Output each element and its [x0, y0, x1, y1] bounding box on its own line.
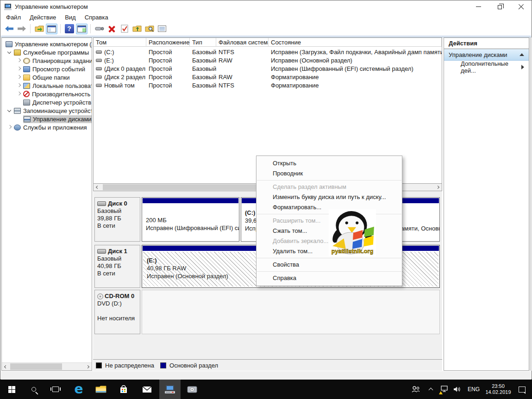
scrollbar-thumb[interactable] [10, 363, 62, 370]
tree-item-device-manager[interactable]: Диспетчер устройств [2, 98, 92, 106]
folder-search-button[interactable] [144, 24, 155, 34]
people-button[interactable] [408, 380, 424, 399]
edge-button[interactable]: e [68, 380, 89, 399]
partition-size: 40,98 ГБ RAW [147, 264, 228, 272]
volume-row-0[interactable]: (C:)ПростойБазовыйNTFSИсправен (Загрузка… [94, 48, 442, 56]
minimize-button[interactable] [468, 0, 489, 12]
toolbar: ? [0, 22, 532, 35]
mail-button[interactable] [136, 380, 157, 399]
legend-primary-label: Основной раздел [169, 362, 218, 369]
actions-section-disk-management[interactable]: Управление дисками [444, 49, 529, 61]
remote-connect-button[interactable] [94, 24, 105, 34]
actions-more-item[interactable]: Дополнительные дей... [444, 61, 529, 73]
context-menu-item-properties[interactable]: Свойства [257, 260, 402, 270]
details-view-button[interactable] [156, 24, 168, 34]
context-menu-item-change-drive-letter[interactable]: Изменить букву диска или путь к диску... [257, 192, 402, 202]
expander-collapsed-icon[interactable] [16, 91, 23, 97]
checklist-button[interactable] [119, 24, 130, 34]
expander-expanded-icon[interactable] [6, 108, 14, 113]
volume-row-3[interactable]: (Диск 2 раздел 2)ПростойБазовыйRAWФормат… [94, 73, 442, 81]
language-indicator[interactable]: ENG [464, 380, 483, 399]
scroll-left-arrow[interactable] [94, 184, 101, 191]
context-menu-item-help[interactable]: Справка [257, 273, 402, 283]
column-header-filesystem[interactable]: Файловая система [216, 38, 269, 47]
column-header-volume[interactable]: Том [94, 38, 146, 47]
computer-management-button[interactable] [159, 380, 181, 399]
expander-collapsed-icon[interactable] [16, 66, 23, 72]
task-view-icon [52, 387, 59, 392]
restore-button[interactable] [489, 0, 510, 12]
menu-view[interactable]: Вид [65, 14, 76, 21]
store-button[interactable] [113, 380, 134, 399]
file-explorer-button[interactable] [90, 380, 112, 399]
column-header-layout[interactable]: Расположение [146, 38, 190, 47]
action-pane-button[interactable] [76, 24, 88, 34]
show-hidden-icons-button[interactable] [424, 380, 438, 399]
volume-row-1[interactable]: (E:)ПростойБазовыйRAWИсправен (Основной … [94, 56, 442, 64]
console-tree-button[interactable] [46, 24, 57, 34]
event-viewer-icon [23, 66, 30, 72]
expander-expanded-icon[interactable] [6, 50, 14, 55]
search-button[interactable] [23, 380, 44, 399]
delete-button[interactable] [106, 24, 118, 34]
tree: Управление компьютером (лСлужебные прогр… [2, 40, 92, 131]
folder-up-button[interactable] [131, 24, 143, 34]
tree-item-computer-management[interactable]: Управление компьютером (л [2, 40, 92, 48]
menu-action[interactable]: Действие [30, 14, 56, 21]
volume-button[interactable] [451, 380, 464, 399]
tree-item-task-scheduler[interactable]: Планировщик заданий [2, 56, 92, 65]
volume-name: (E:) [104, 57, 114, 64]
minimize-icon [476, 6, 481, 7]
start-button[interactable] [1, 380, 22, 399]
tree-item-performance[interactable]: Производительность [2, 90, 92, 98]
forward-button[interactable] [16, 24, 27, 34]
tree-item-label: Локальные пользовате [32, 82, 92, 89]
disk-tool-button[interactable] [182, 380, 203, 399]
column-header-status[interactable]: Состояние [269, 38, 442, 47]
scroll-right-arrow[interactable] [434, 184, 442, 191]
tree-selection-highlight: Управление дисками [23, 115, 92, 123]
volume-icon [96, 67, 102, 70]
scroll-left-arrow[interactable] [2, 363, 10, 371]
cdrom-label[interactable]: CD-ROM 0 DVD (D:) Нет носителя [94, 290, 140, 334]
volume-row-4[interactable]: Новый томПростойБазовыйNTFSФорматировани… [94, 81, 442, 89]
tree-item-disk-management[interactable]: Управление дисками [2, 115, 92, 123]
menu-help[interactable]: Справка [85, 14, 108, 21]
disk-1-label[interactable]: Диск 1 Базовый 40,98 ГБ В сети [94, 245, 140, 288]
expander-collapsed-icon[interactable] [16, 75, 23, 80]
column-header-type[interactable]: Тип [190, 38, 216, 47]
tree-horizontal-scrollbar[interactable] [2, 362, 92, 370]
expander-collapsed-icon[interactable] [6, 125, 14, 130]
clock[interactable]: 23:5014.02.2019 [483, 380, 513, 399]
mail-icon [142, 386, 152, 393]
tree-item-label: Управление компьютером (л [15, 41, 92, 48]
network-button[interactable] [438, 380, 451, 399]
task-view-button[interactable] [45, 380, 66, 399]
scroll-right-arrow[interactable] [84, 363, 92, 371]
export-list-button[interactable] [33, 24, 45, 34]
volume-row-2[interactable]: (Диск 0 раздел 1)ПростойБазовыйИсправен … [94, 64, 442, 73]
tree-item-services-apps[interactable]: Службы и приложения [2, 123, 92, 131]
menu-file[interactable]: Файл [6, 14, 21, 21]
partition-efi[interactable]: 200 МБ Исправен (Шифрованный (EFI) сист [142, 197, 239, 242]
tree-item-system-tools[interactable]: Служебные программы [2, 48, 92, 56]
expander-collapsed-icon[interactable] [16, 83, 23, 88]
tree-item-shared-folders[interactable]: Общие папки [2, 73, 92, 81]
menu-separator [257, 180, 401, 181]
partition-status: Исправен (Основной раздел) [147, 272, 228, 280]
tree-item-storage[interactable]: Запоминающие устройст [2, 106, 92, 115]
edge-icon: e [75, 383, 83, 396]
tree-item-event-viewer[interactable]: Просмотр событий [2, 65, 92, 73]
context-menu-item-open[interactable]: Открыть [257, 158, 402, 168]
disk-0-label[interactable]: Диск 0 Базовый 39,88 ГБ В сети [94, 197, 140, 242]
tree-item-local-users[interactable]: Локальные пользовате [2, 81, 92, 90]
context-menu-item-explorer[interactable]: Проводник [257, 168, 402, 179]
disk-type: Базовый [97, 207, 138, 215]
help-button[interactable]: ? [63, 24, 75, 34]
back-button[interactable] [3, 24, 15, 34]
action-center-button[interactable] [513, 380, 532, 399]
close-button[interactable] [510, 0, 532, 12]
actions-title: Действия [444, 38, 529, 49]
partition-letter: (E:) [147, 256, 228, 264]
expander-collapsed-icon[interactable] [16, 58, 23, 63]
